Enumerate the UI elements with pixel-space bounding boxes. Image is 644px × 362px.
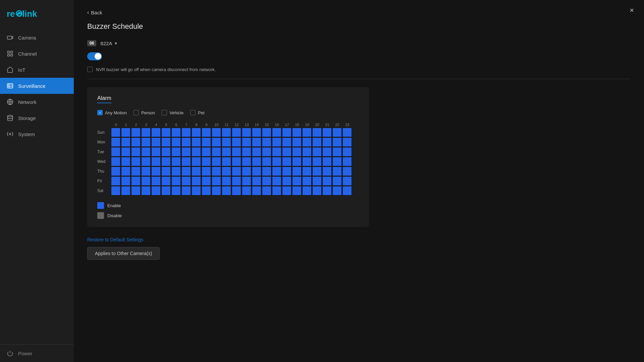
grid-cell-sat-16[interactable] — [272, 186, 281, 195]
grid-cell-thu-5[interactable] — [161, 167, 171, 176]
grid-cell-mon-3[interactable] — [141, 137, 151, 147]
grid-cell-fri-20[interactable] — [312, 176, 322, 186]
grid-cell-thu-20[interactable] — [312, 167, 322, 176]
grid-cell-sun-10[interactable] — [212, 128, 221, 137]
grid-cell-sat-17[interactable] — [282, 186, 291, 195]
grid-cell-thu-8[interactable] — [192, 167, 201, 176]
grid-cell-fri-21[interactable] — [322, 176, 332, 186]
grid-cell-wed-12[interactable] — [232, 157, 241, 166]
grid-cell-thu-15[interactable] — [262, 167, 271, 176]
grid-cell-thu-7[interactable] — [181, 167, 191, 176]
grid-cell-tue-10[interactable] — [212, 147, 221, 157]
grid-cell-sat-13[interactable] — [242, 186, 251, 195]
grid-cell-sun-1[interactable] — [121, 128, 130, 137]
grid-cell-wed-6[interactable] — [171, 157, 181, 166]
grid-cell-mon-21[interactable] — [322, 137, 332, 147]
grid-cell-wed-13[interactable] — [242, 157, 251, 166]
grid-cell-mon-15[interactable] — [262, 137, 271, 147]
back-button[interactable]: ‹ Back — [87, 9, 631, 15]
grid-cell-sun-2[interactable] — [131, 128, 141, 137]
any-motion-checkbox[interactable] — [97, 110, 103, 115]
grid-cell-tue-18[interactable] — [292, 147, 302, 157]
grid-cell-thu-3[interactable] — [141, 167, 151, 176]
grid-cell-sun-12[interactable] — [232, 128, 241, 137]
grid-cell-tue-3[interactable] — [141, 147, 151, 157]
grid-cell-sat-11[interactable] — [222, 186, 231, 195]
grid-cell-thu-2[interactable] — [131, 167, 141, 176]
grid-cell-sun-14[interactable] — [252, 128, 261, 137]
grid-cell-wed-0[interactable] — [111, 157, 120, 166]
grid-cell-sat-6[interactable] — [171, 186, 181, 195]
grid-cell-sun-5[interactable] — [161, 128, 171, 137]
grid-cell-mon-23[interactable] — [342, 137, 352, 147]
grid-cell-mon-10[interactable] — [212, 137, 221, 147]
grid-cell-fri-22[interactable] — [332, 176, 342, 186]
grid-cell-tue-23[interactable] — [342, 147, 352, 157]
grid-cell-wed-16[interactable] — [272, 157, 281, 166]
grid-cell-tue-21[interactable] — [322, 147, 332, 157]
grid-cell-mon-20[interactable] — [312, 137, 322, 147]
grid-cell-fri-18[interactable] — [292, 176, 302, 186]
grid-cell-fri-2[interactable] — [131, 176, 141, 186]
grid-cell-fri-10[interactable] — [212, 176, 221, 186]
grid-cell-wed-2[interactable] — [131, 157, 141, 166]
grid-cell-sat-8[interactable] — [192, 186, 201, 195]
grid-cell-sun-16[interactable] — [272, 128, 281, 137]
grid-cell-sun-6[interactable] — [171, 128, 181, 137]
grid-cell-wed-8[interactable] — [192, 157, 201, 166]
grid-cell-fri-3[interactable] — [141, 176, 151, 186]
grid-cell-thu-16[interactable] — [272, 167, 281, 176]
grid-cell-sun-9[interactable] — [202, 128, 211, 137]
grid-cell-fri-8[interactable] — [192, 176, 201, 186]
grid-cell-mon-8[interactable] — [192, 137, 201, 147]
sidebar-item-channel[interactable]: Channel — [0, 46, 74, 62]
grid-cell-tue-11[interactable] — [222, 147, 231, 157]
grid-cell-fri-15[interactable] — [262, 176, 271, 186]
grid-cell-fri-11[interactable] — [222, 176, 231, 186]
grid-cell-wed-9[interactable] — [202, 157, 211, 166]
grid-cell-wed-10[interactable] — [212, 157, 221, 166]
person-checkbox[interactable] — [133, 110, 139, 115]
grid-cell-wed-11[interactable] — [222, 157, 231, 166]
grid-cell-mon-2[interactable] — [131, 137, 141, 147]
grid-cell-sun-7[interactable] — [181, 128, 191, 137]
grid-cell-thu-6[interactable] — [171, 167, 181, 176]
grid-cell-mon-7[interactable] — [181, 137, 191, 147]
grid-cell-mon-22[interactable] — [332, 137, 342, 147]
grid-cell-tue-19[interactable] — [302, 147, 312, 157]
grid-cell-sat-9[interactable] — [202, 186, 211, 195]
grid-cell-fri-0[interactable] — [111, 176, 120, 186]
sidebar-footer[interactable]: Power — [0, 344, 74, 362]
grid-cell-sat-22[interactable] — [332, 186, 342, 195]
grid-cell-sat-7[interactable] — [181, 186, 191, 195]
grid-cell-tue-8[interactable] — [192, 147, 201, 157]
grid-cell-sun-8[interactable] — [192, 128, 201, 137]
grid-cell-sun-0[interactable] — [111, 128, 120, 137]
grid-cell-sat-10[interactable] — [212, 186, 221, 195]
grid-cell-fri-5[interactable] — [161, 176, 171, 186]
sidebar-item-network[interactable]: Network — [0, 94, 74, 110]
grid-cell-fri-9[interactable] — [202, 176, 211, 186]
grid-cell-sat-14[interactable] — [252, 186, 261, 195]
grid-cell-thu-14[interactable] — [252, 167, 261, 176]
grid-cell-tue-22[interactable] — [332, 147, 342, 157]
grid-cell-sun-3[interactable] — [141, 128, 151, 137]
close-button[interactable]: × — [630, 7, 634, 14]
grid-cell-fri-12[interactable] — [232, 176, 241, 186]
grid-cell-thu-18[interactable] — [292, 167, 302, 176]
grid-cell-tue-14[interactable] — [252, 147, 261, 157]
grid-cell-tue-6[interactable] — [171, 147, 181, 157]
grid-cell-sat-1[interactable] — [121, 186, 130, 195]
grid-cell-thu-12[interactable] — [232, 167, 241, 176]
grid-cell-fri-14[interactable] — [252, 176, 261, 186]
grid-cell-sat-12[interactable] — [232, 186, 241, 195]
apply-button[interactable]: Applies to Other Camera(s) — [87, 247, 160, 260]
grid-cell-wed-7[interactable] — [181, 157, 191, 166]
grid-cell-mon-6[interactable] — [171, 137, 181, 147]
grid-cell-sun-18[interactable] — [292, 128, 302, 137]
grid-cell-mon-5[interactable] — [161, 137, 171, 147]
grid-cell-sat-5[interactable] — [161, 186, 171, 195]
grid-cell-mon-14[interactable] — [252, 137, 261, 147]
grid-cell-tue-16[interactable] — [272, 147, 281, 157]
grid-cell-fri-19[interactable] — [302, 176, 312, 186]
